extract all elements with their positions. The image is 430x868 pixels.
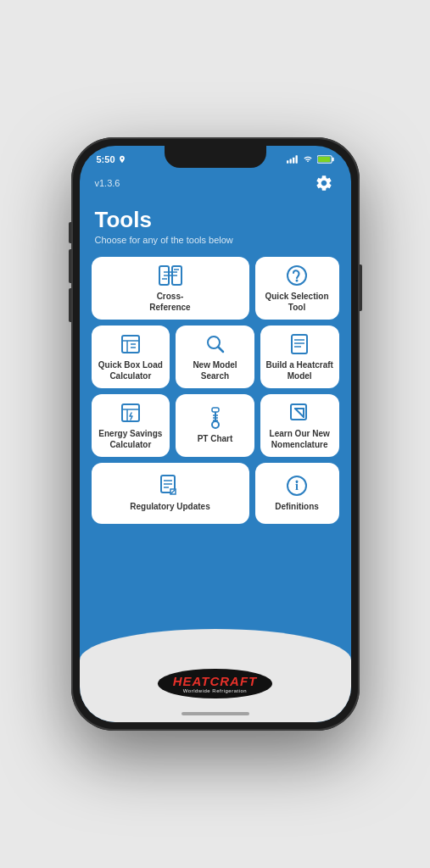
pt-chart-icon <box>204 406 227 430</box>
tool-quick-selection[interactable]: Quick Selection Tool <box>255 257 339 320</box>
definitions-label: Definitions <box>275 502 319 513</box>
grid-row-1: Cross-Reference Quick Selection Tool <box>92 257 339 320</box>
page-title: Tools <box>95 207 336 233</box>
phone-frame: 5:50 <box>71 137 360 731</box>
battery-icon <box>317 155 334 164</box>
svg-line-18 <box>218 348 223 353</box>
pt-chart-svg <box>206 407 225 429</box>
settings-button[interactable] <box>312 171 336 195</box>
time-display: 5:50 <box>97 154 115 164</box>
tool-cross-reference[interactable]: Cross-Reference <box>92 257 249 320</box>
tool-model-search[interactable]: New Model Search <box>176 326 254 388</box>
build-model-label: Build a Heatcraft Model <box>265 360 334 381</box>
tool-pt-chart[interactable]: PT Chart <box>176 394 254 457</box>
svg-point-9 <box>288 266 306 285</box>
power-button <box>360 264 362 311</box>
heatcraft-logo: HEATCRAFT Worldwide Refrigeration <box>158 669 273 698</box>
version-label: v1.3.6 <box>95 178 120 188</box>
quick-sel-svg <box>286 264 308 287</box>
tool-build-model[interactable]: Build a Heatcraft Model <box>260 326 339 388</box>
volume-up-button <box>69 249 71 283</box>
grid-row-2: Quick Box Load Calculator New Model Sear… <box>92 326 339 388</box>
logo-brand-text: HEATCRAFT <box>173 674 258 688</box>
svg-line-33 <box>295 409 304 417</box>
tool-definitions[interactable]: i Definitions <box>255 463 339 524</box>
svg-rect-2 <box>293 158 294 164</box>
cross-ref-icon <box>159 264 182 287</box>
model-search-svg <box>204 333 226 355</box>
quick-box-label: Quick Box Load Calculator <box>97 360 165 381</box>
notch <box>165 146 266 168</box>
model-search-label: New Model Search <box>181 360 249 381</box>
home-indicator <box>181 712 249 715</box>
page-subtitle: Choose for any of the tools below <box>95 235 336 245</box>
svg-rect-26 <box>212 408 219 412</box>
tool-regulatory[interactable]: Regulatory Updates <box>92 463 249 524</box>
grid-row-3: Energy Savings Calculator <box>92 394 339 457</box>
quick-box-icon <box>119 332 142 356</box>
location-icon <box>118 155 126 164</box>
energy-svg <box>120 402 142 424</box>
regulatory-svg <box>159 475 182 497</box>
quick-selection-label: Quick Selection Tool <box>260 292 334 313</box>
energy-savings-label: Energy Savings Calculator <box>97 429 165 450</box>
phone-screen: 5:50 <box>80 146 351 722</box>
nomenclature-svg <box>288 402 310 424</box>
svg-rect-19 <box>292 335 307 353</box>
build-model-svg <box>288 333 310 355</box>
svg-rect-3 <box>295 155 297 163</box>
gear-icon <box>315 174 333 192</box>
bottom-section: HEATCRAFT Worldwide Refrigeration <box>80 629 351 722</box>
wave-background: HEATCRAFT Worldwide Refrigeration <box>80 629 351 722</box>
pt-chart-label: PT Chart <box>198 434 233 445</box>
grid-row-4: Regulatory Updates i Definitions <box>92 463 339 524</box>
svg-point-28 <box>212 421 219 428</box>
regulatory-icon <box>159 474 182 498</box>
tool-nomenclature[interactable]: Learn Our New Nomenclature <box>260 394 339 457</box>
cross-ref-label: Cross-Reference <box>149 292 190 313</box>
volume-down-button <box>69 288 71 322</box>
build-model-icon <box>288 332 311 356</box>
definitions-svg: i <box>286 475 308 497</box>
logo-subtitle-text: Worldwide Refrigeration <box>183 688 247 693</box>
status-time: 5:50 <box>97 154 126 164</box>
energy-savings-icon <box>119 401 142 425</box>
tool-energy-savings[interactable]: Energy Savings Calculator <box>92 394 170 457</box>
svg-rect-5 <box>332 158 333 161</box>
main-content: Tools Choose for any of the tools below <box>80 200 351 722</box>
cross-ref-svg <box>159 265 182 286</box>
svg-rect-0 <box>287 160 288 164</box>
wifi-icon <box>302 155 314 164</box>
model-search-icon <box>204 332 227 356</box>
nomenclature-label: Learn Our New Nomenclature <box>265 429 334 450</box>
nomenclature-icon <box>288 401 311 425</box>
tool-quick-box[interactable]: Quick Box Load Calculator <box>92 326 170 388</box>
svg-rect-1 <box>289 159 291 163</box>
svg-rect-6 <box>318 157 330 162</box>
regulatory-label: Regulatory Updates <box>130 502 209 513</box>
svg-point-40 <box>296 481 299 483</box>
tools-grid: Cross-Reference Quick Selection Tool <box>80 250 351 629</box>
volume-silent-button <box>69 222 71 243</box>
svg-point-10 <box>296 280 299 282</box>
quick-selection-icon <box>285 264 309 287</box>
app-header: v1.3.6 <box>80 168 351 200</box>
status-icons <box>287 155 334 164</box>
quick-box-svg <box>120 333 142 355</box>
title-section: Tools Choose for any of the tools below <box>80 200 351 250</box>
signal-icon <box>287 155 299 164</box>
definitions-icon: i <box>285 474 309 498</box>
